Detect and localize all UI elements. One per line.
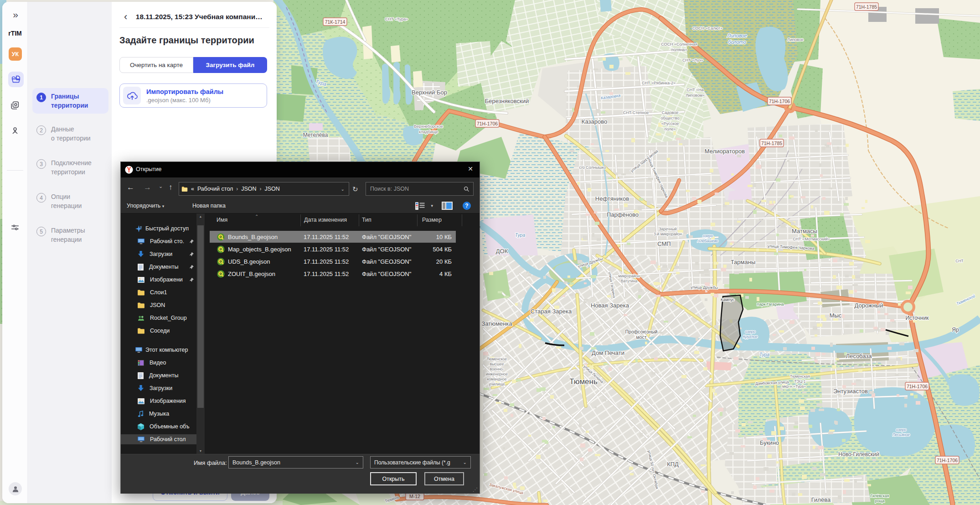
svg-text:71К-1714: 71К-1714 <box>325 19 346 25</box>
svg-text:СОСН «Солнечная: СОСН «Солнечная <box>661 42 697 47</box>
svg-text:СОСН «Салют»: СОСН «Салют» <box>692 26 722 31</box>
svg-text:Затюменка: Затюменка <box>482 320 513 327</box>
svg-text:с/о Солнышко: с/о Солнышко <box>579 165 606 170</box>
svg-text:роща: роща <box>875 499 884 503</box>
svg-text:Матмасы: Матмасы <box>792 228 817 234</box>
svg-text:мкр-н «Тура»: мкр-н «Тура» <box>782 384 806 389</box>
svg-text:командное: командное <box>487 377 507 381</box>
svg-text:ТЭЦ-1: ТЭЦ-1 <box>794 379 805 384</box>
svg-text:Гилёвская: Гилёвская <box>871 494 889 498</box>
svg-text:Верхнеборское: Верхнеборское <box>414 124 443 129</box>
svg-text:Липовое: Липовое <box>727 33 747 38</box>
svg-text:СНТ: СНТ <box>955 259 963 263</box>
svg-text:высшее: высшее <box>490 362 504 366</box>
svg-text:Гилёва: Гилёва <box>811 496 831 503</box>
svg-text:мост: мост <box>636 334 646 340</box>
svg-text:М-12: М-12 <box>409 494 420 499</box>
svg-text:Тура: Тура <box>759 352 769 357</box>
svg-text:училище: училище <box>489 382 505 386</box>
svg-text:Старая Зарека: Старая Зарека <box>531 308 572 315</box>
svg-text:Тарманы: Тарманы <box>731 259 756 266</box>
svg-text:71Н-1706: 71Н-1706 <box>907 384 928 389</box>
svg-text:Дом Печати: Дом Печати <box>592 349 624 356</box>
svg-text:Липовое: Липовое <box>787 37 804 42</box>
svg-text:Ватутина: Ватутина <box>621 279 638 283</box>
svg-text:Липовом»: Липовом» <box>686 93 705 98</box>
svg-text:СНТ «Луч»: СНТ «Луч» <box>682 58 703 62</box>
svg-text:Лесобаза: Лесобаза <box>846 353 872 359</box>
svg-text:Мелиораторов: Мелиораторов <box>705 148 745 155</box>
svg-text:Метелёва: Метелёва <box>303 132 328 138</box>
svg-text:военно-: военно- <box>490 367 504 371</box>
svg-text:Кампус: Кампус <box>721 297 735 302</box>
svg-text:Алебашево: Алебашево <box>697 239 718 243</box>
svg-text:Ново-Гилевский: Ново-Гилевский <box>838 451 879 458</box>
svg-text:ДОК: ДОК <box>496 248 508 255</box>
svg-text:Профсоюзный: Профсоюзный <box>625 329 658 334</box>
svg-text:Тюменское: Тюменское <box>487 357 507 361</box>
svg-text:СНТ «Мотмасский»: СНТ «Мотмасский» <box>793 237 830 241</box>
svg-text:поляна»: поляна» <box>671 47 687 52</box>
svg-text:Тура: Тура <box>515 233 525 238</box>
svg-text:Новая Зарека: Новая Зарека <box>591 302 629 309</box>
svg-text:Заречный: Заречный <box>659 227 676 231</box>
svg-text:Нефтяников: Нефтяников <box>595 195 629 202</box>
svg-text:парк Гагарина: парк Гагарина <box>757 302 784 307</box>
svg-text:кладбище: кладбище <box>419 130 438 134</box>
svg-text:71Н-1706: 71Н-1706 <box>477 121 498 126</box>
svg-text:Верхний Бор: Верхний Бор <box>412 89 447 96</box>
svg-text:инженерное: инженерное <box>486 372 508 376</box>
svg-text:Источник: Источник <box>905 315 929 321</box>
svg-text:Яр: Яр <box>952 327 959 333</box>
svg-text:3-й микрорайон: 3-й микрорайон <box>654 232 682 236</box>
svg-text:СНТ «На: СНТ «На <box>686 88 704 92</box>
svg-text:КПД: КПД <box>667 461 679 468</box>
svg-text:СМП: СМП <box>657 240 671 247</box>
svg-text:Мыс: Мыс <box>830 312 842 319</box>
svg-text:Тюмень: Тюмень <box>569 377 598 386</box>
svg-text:озеро: озеро <box>703 234 713 238</box>
svg-text:СНТ «Рябинка-2»: СНТ «Рябинка-2» <box>642 81 676 85</box>
svg-text:Энтузиастов: Энтузиастов <box>833 388 868 395</box>
svg-text:Дорожный: Дорожный <box>855 302 883 309</box>
svg-text:микрорайон: микрорайон <box>618 274 640 278</box>
svg-text:СНТ Степное: СНТ Степное <box>623 110 649 115</box>
svg-text:поле»: поле» <box>665 127 676 131</box>
svg-text:71Н-1785: 71Н-1785 <box>856 4 877 10</box>
svg-text:Казарово: Казарово <box>582 118 607 125</box>
svg-text:71Н-1706: 71Н-1706 <box>937 458 958 463</box>
svg-text:Парфёново: Парфёново <box>607 211 639 218</box>
svg-text:Песьяное: Песьяное <box>892 432 910 437</box>
svg-text:71Н-1706: 71Н-1706 <box>769 99 790 104</box>
svg-text:озеро: озеро <box>896 427 907 432</box>
svg-text:общество: общество <box>661 116 680 120</box>
svg-text:Букино: Букино <box>760 439 779 446</box>
svg-text:«Русское: «Русское <box>661 121 679 126</box>
svg-text:71Н-1785: 71Н-1785 <box>761 141 782 146</box>
svg-text:Березняковский: Березняковский <box>485 98 529 104</box>
svg-text:Круглое: Круглое <box>743 334 758 339</box>
svg-text:Тюменская: Тюменская <box>790 374 810 379</box>
svg-text:озеро: озеро <box>745 329 756 334</box>
svg-text:улица Дружбы: улица Дружбы <box>691 285 718 290</box>
svg-text:Садовое: Садовое <box>662 110 679 115</box>
svg-text:болото: болото <box>728 39 746 45</box>
svg-text:СНТ «Тура»: СНТ «Тура» <box>385 17 408 21</box>
